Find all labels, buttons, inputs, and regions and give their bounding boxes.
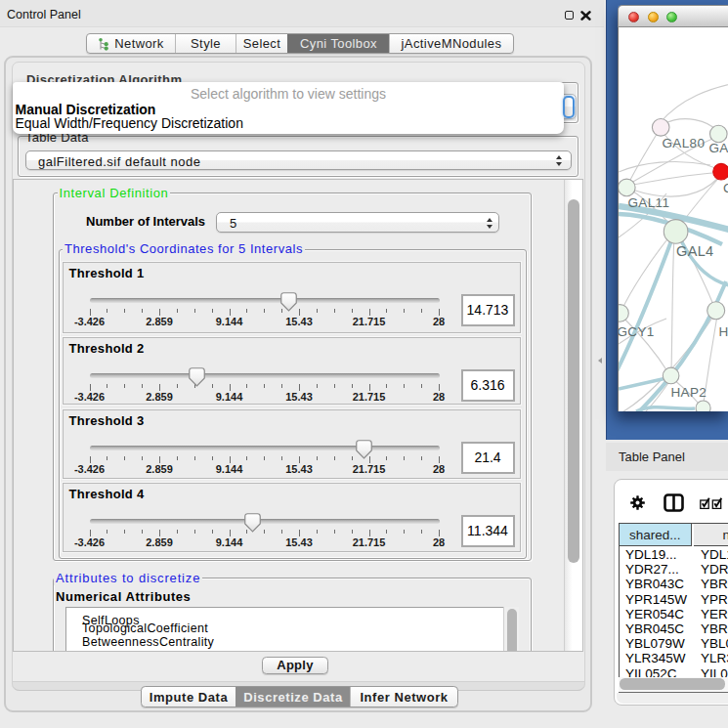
svg-text:GAL4: GAL4: [676, 243, 713, 259]
svg-text:CY: CY: [723, 181, 728, 195]
svg-text:GAL80: GAL80: [663, 136, 706, 150]
svg-text:GA: GA: [709, 141, 728, 155]
svg-text:HAP2: HAP2: [671, 385, 707, 400]
svg-text:H: H: [719, 324, 728, 339]
svg-text:GAL11: GAL11: [628, 195, 670, 210]
svg-text:GCY1: GCY1: [619, 324, 655, 339]
